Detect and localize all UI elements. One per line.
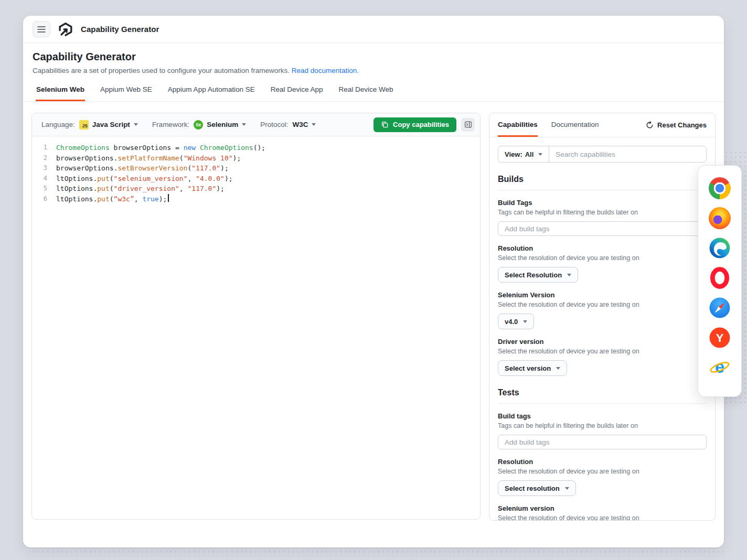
tab-real-device-web[interactable]: Real Device Web [338,85,394,101]
safari-icon [709,297,731,319]
browser-item-firefox[interactable] [709,207,731,229]
app-logo-icon [58,21,73,37]
line-number: 6 [32,194,56,204]
build-tags-input[interactable] [498,435,707,449]
content-area: Language: JS Java Script Framework: Se S… [23,102,724,521]
language-select[interactable]: JS Java Script [79,120,138,130]
resolution-dropdown[interactable]: Select Resolution [498,267,578,283]
capabilities-header: CapabilitiesDocumentation Reset Changes [489,113,715,137]
collapse-panel-button[interactable] [461,118,475,132]
capabilities-sections: BuildsBuild TagsTags can be helpful in f… [498,174,707,520]
browser-item-internet-explorer[interactable]: e [709,357,731,379]
field-driver-version: Driver versionSelect the resolution of d… [498,338,707,376]
protocol-label: Protocol: [260,121,288,128]
browser-item-safari[interactable] [709,297,731,319]
hamburger-icon [37,26,46,33]
capabilities-body: View:All BuildsBuild TagsTags can be hel… [489,137,715,520]
tab-appium-web-se[interactable]: Appium Web SE [100,85,153,101]
caret-cursor [168,194,169,202]
desktop-background: Capability Generator Capability Generato… [0,0,747,560]
field-label: Resolution [498,458,707,466]
filter-row: View:All [498,146,707,163]
copy-capabilities-button[interactable]: Copy capabilities [374,117,456,132]
field-description: Select the resolution of device you are … [498,254,707,263]
editor-panel: Language: JS Java Script Framework: Se S… [31,113,481,520]
view-filter-select[interactable]: View:All [498,146,549,162]
browser-item-opera[interactable] [709,267,731,289]
chevron-down-icon [565,487,569,490]
tab-capabilities[interactable]: Capabilities [498,113,538,137]
section-divider [498,190,707,190]
line-number: 2 [32,153,56,164]
resolution-dropdown[interactable]: Select resolution [498,480,576,496]
browser-item-chrome[interactable] [709,177,731,199]
app-title: Capability Generator [81,25,159,34]
tab-documentation[interactable]: Documentation [551,113,599,137]
framework-label: Framework: [152,121,189,128]
selenium-icon: Se [194,120,203,130]
field-label: Selenium Version [498,291,707,299]
internet-explorer-icon: e [709,357,731,379]
field-description: Select the resolution of device you are … [498,467,707,476]
browser-item-yandex[interactable]: Y [709,327,731,349]
code-line: 4ltOptions.put("selenium_version", "4.0.… [32,174,480,184]
page-subtitle: Capabilities are a set of properties use… [33,67,714,74]
code-line: 6ltOptions.put(“w3c”, true); [32,194,480,204]
code-line: 5ltOptions.put("driver_version", "117.0"… [32,184,480,194]
edge-icon [709,237,731,259]
line-number: 5 [32,184,56,194]
protocol-group: Protocol: W3C [260,121,316,128]
field-label: Selenium version [498,504,707,513]
tab-selenium-web[interactable]: Selenium Web [36,85,85,101]
code-line: 1ChromeOptions browserOptions = new Chro… [32,143,480,153]
build-tags-input[interactable] [498,221,707,236]
chevron-down-icon [538,153,542,156]
reset-icon [646,121,654,129]
app-window: Capability Generator Capability Generato… [23,16,724,547]
tab-real-device-app[interactable]: Real Device App [270,85,324,101]
framework-group: Framework: Se Selenium [152,120,246,130]
svg-text:Y: Y [716,331,724,344]
tab-appium-app-automation-se[interactable]: Appium App Automation SE [167,85,255,101]
code-line: 2browserOptions.setPlatformName("Windows… [32,153,480,164]
chevron-down-icon [134,123,138,126]
chevron-down-icon [523,320,527,323]
field-resolution: ResolutionSelect the resolution of devic… [498,244,707,283]
field-description: Select the resolution of device you are … [498,347,707,356]
capabilities-panel: CapabilitiesDocumentation Reset Changes … [489,113,716,521]
chevron-down-icon [567,274,571,276]
editor-toolbar: Language: JS Java Script Framework: Se S… [32,113,480,136]
menu-button[interactable] [33,21,50,37]
field-label: Driver version [498,338,707,346]
language-group: Language: JS Java Script [41,120,138,130]
line-number: 4 [32,174,56,184]
capabilities-tabs: CapabilitiesDocumentation [498,113,599,137]
chevron-down-icon [242,123,246,126]
read-documentation-link[interactable]: Read documentation. [292,67,359,74]
field-resolution: ResolutionSelect the resolution of devic… [498,458,707,496]
selenium-version-dropdown[interactable]: v4.0 [498,314,534,329]
section-divider [498,403,707,404]
field-build-tags: Build TagsTags can be helpful in filteri… [498,199,707,236]
search-capabilities-input[interactable] [549,146,706,162]
chevron-down-icon [312,123,316,126]
code-editor[interactable]: 1ChromeOptions browserOptions = new Chro… [32,136,480,519]
reset-changes-button[interactable]: Reset Changes [646,121,707,129]
field-label: Build Tags [498,199,707,207]
field-description: Select the resolution of device you are … [498,300,707,309]
field-label: Build tags [498,412,707,421]
browser-item-edge[interactable] [709,237,731,259]
field-description: Tags can be helpful in filtering the bui… [498,422,707,430]
field-selenium-version: Selenium VersionSelect the resolution of… [498,291,707,329]
protocol-select[interactable]: W3C [292,121,316,128]
copy-icon [381,121,389,128]
field-description: Select the resolution of device you are … [498,514,707,520]
section-title-builds: Builds [498,174,707,185]
driver-version-dropdown[interactable]: Select version [498,360,567,376]
dot-pattern-bottom [31,550,724,556]
collapse-panel-icon [464,121,472,128]
field-description: Tags can be helpful in filtering the bui… [498,208,707,217]
framework-select[interactable]: Se Selenium [194,120,246,130]
field-build-tags: Build tagsTags can be helpful in filteri… [498,412,707,449]
section-title-tests: Tests [498,387,707,398]
